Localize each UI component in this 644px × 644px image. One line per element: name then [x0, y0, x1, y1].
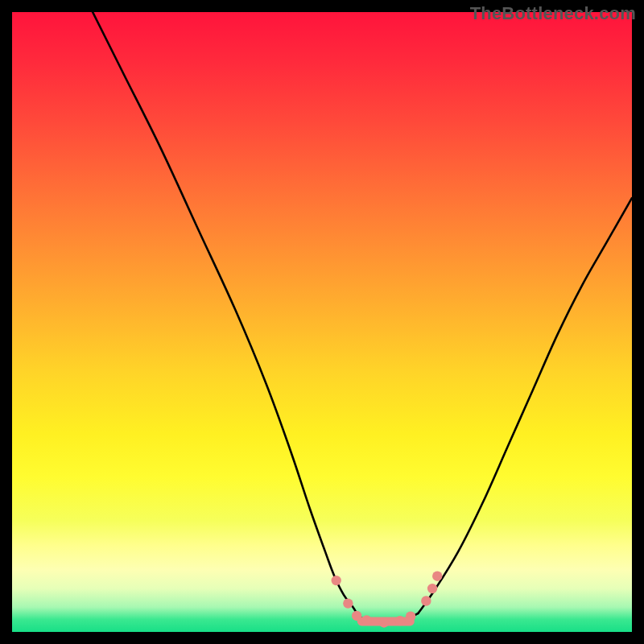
highlight-marker [343, 598, 353, 608]
watermark-label: TheBottleneck.com [470, 3, 636, 24]
highlight-marker [361, 615, 371, 625]
highlight-marker [406, 612, 415, 621]
highlight-marker [332, 576, 341, 585]
highlight-marker [427, 584, 437, 593]
left-curve [93, 12, 365, 620]
marker-group [332, 572, 443, 628]
chart-frame: TheBottleneck.com [0, 0, 644, 644]
right-curve [418, 198, 632, 613]
highlight-marker [379, 617, 389, 627]
highlight-marker [421, 596, 431, 605]
curve-layer [12, 12, 632, 632]
highlight-marker [395, 616, 405, 625]
highlight-marker [352, 611, 361, 621]
highlight-marker [432, 572, 442, 581]
plot-area [12, 12, 632, 632]
